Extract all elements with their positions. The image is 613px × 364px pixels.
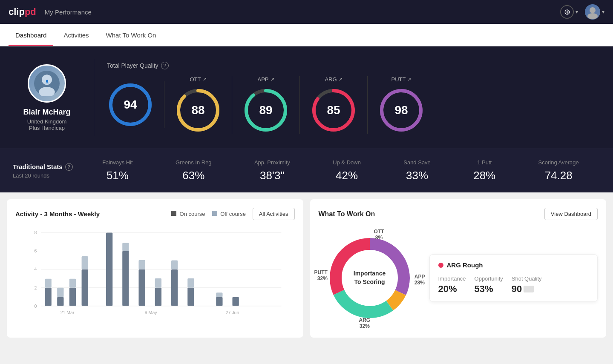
stat-greens: Greens In Reg 63% bbox=[176, 159, 212, 182]
metric-importance-label: Importance bbox=[438, 275, 466, 282]
bar-2-on bbox=[57, 297, 63, 306]
tab-dashboard[interactable]: Dashboard bbox=[9, 24, 53, 46]
stat-fairways-value: 51% bbox=[102, 169, 133, 182]
work-card-dot bbox=[438, 263, 443, 268]
donut-center-label: Importance To Scoring bbox=[354, 269, 386, 286]
score-putt: PUTT ↗ 98 bbox=[368, 76, 435, 134]
work-content: Importance To Scoring OTT 8% APP 28% ARG bbox=[319, 227, 598, 329]
add-button[interactable]: ⊕ ▾ bbox=[560, 5, 578, 19]
work-header: What To Work On View Dashboard bbox=[319, 208, 598, 220]
stat-sand-label: Sand Save bbox=[403, 159, 431, 166]
logo[interactable]: clippd bbox=[9, 6, 36, 17]
stat-fairways-label: Fairways Hit bbox=[102, 159, 133, 166]
bar-1-off bbox=[45, 279, 51, 288]
svg-text:6: 6 bbox=[34, 248, 37, 253]
logo-clip: clip bbox=[9, 6, 25, 17]
score-circles: 94 OTT ↗ 88 AP bbox=[107, 76, 600, 134]
metric-opportunity: Opportunity 53% bbox=[475, 275, 503, 295]
stat-scoring-avg: Scoring Average 74.28 bbox=[538, 159, 579, 182]
stat-sand-save: Sand Save 33% bbox=[403, 159, 431, 182]
view-dashboard-button[interactable]: View Dashboard bbox=[544, 208, 598, 220]
help-icon[interactable]: ? bbox=[161, 62, 169, 69]
add-icon[interactable]: ⊕ bbox=[560, 5, 574, 19]
circle-arg: 85 bbox=[310, 87, 357, 134]
stat-up-down: Up & Down 42% bbox=[333, 159, 361, 182]
nav-tabs: Dashboard Activities What To Work On bbox=[0, 24, 613, 46]
add-chevron: ▾ bbox=[576, 9, 578, 15]
total-quality-label: Total Player Quality ? bbox=[107, 62, 600, 69]
donut-label-arg: ARG 32% bbox=[359, 317, 371, 329]
off-course-dot bbox=[212, 211, 217, 216]
avatar[interactable] bbox=[585, 4, 600, 20]
bar-8-off bbox=[155, 278, 161, 288]
bottom-panels: Activity - 3 Months - Weekly On course O… bbox=[0, 192, 613, 344]
donut-label-ott: OTT 8% bbox=[374, 229, 384, 241]
stat-fairways: Fairways Hit 51% bbox=[102, 159, 133, 182]
ott-arrow: ↗ bbox=[203, 77, 207, 82]
stat-proximity-label: App. Proximity bbox=[254, 159, 290, 166]
arg-arrow: ↗ bbox=[339, 77, 342, 82]
stat-greens-value: 63% bbox=[176, 169, 212, 182]
header-title: My Performance bbox=[45, 9, 92, 16]
score-ott: OTT ↗ 88 bbox=[164, 76, 232, 134]
work-card-metrics: Importance 20% Opportunity 53% Shot Qual… bbox=[438, 275, 589, 295]
stats-items: Fairways Hit 51% Greens In Reg 63% App. … bbox=[81, 159, 600, 182]
on-course-dot bbox=[171, 211, 176, 216]
stat-one-putt-value: 28% bbox=[473, 169, 495, 182]
svg-text:4: 4 bbox=[34, 267, 37, 272]
work-card-title: ARG Rough bbox=[438, 261, 589, 269]
bar-2-off bbox=[57, 288, 63, 297]
bar-11-off bbox=[216, 292, 222, 297]
svg-text:27 Jun: 27 Jun bbox=[226, 310, 239, 315]
stats-title: Traditional Stats ? bbox=[13, 163, 81, 171]
hero-section: 👤 Blair McHarg United Kingdom Plus Handi… bbox=[0, 46, 613, 149]
score-ott-value: 88 bbox=[191, 103, 204, 117]
bar-9-off bbox=[171, 261, 178, 269]
tab-activities[interactable]: Activities bbox=[57, 24, 95, 46]
stat-up-down-value: 42% bbox=[333, 169, 361, 182]
activity-title: Activity - 3 Months - Weekly bbox=[15, 210, 100, 218]
bar-4-off bbox=[82, 256, 88, 269]
logo-pd: pd bbox=[25, 6, 36, 17]
activity-chart-svg: 8 6 4 2 0 bbox=[15, 229, 295, 322]
profile-handicap: Plus Handicap bbox=[29, 125, 65, 131]
hero-divider bbox=[94, 59, 94, 136]
score-arg: ARG ↗ 85 bbox=[300, 76, 368, 134]
metric-opportunity-label: Opportunity bbox=[475, 275, 503, 282]
metric-shot-quality-value: 90 bbox=[512, 284, 522, 295]
bar-6-off bbox=[122, 243, 129, 251]
scores-section: Total Player Quality ? 94 OTT ↗ bbox=[107, 62, 600, 134]
score-app-value: 89 bbox=[259, 103, 272, 117]
metric-shot-quality-row: 90 bbox=[512, 284, 542, 295]
stat-one-putt: 1 Putt 28% bbox=[473, 159, 495, 182]
stats-help-icon[interactable]: ? bbox=[65, 163, 73, 171]
activity-panel: Activity - 3 Months - Weekly On course O… bbox=[7, 199, 303, 338]
stat-scoring-value: 74.28 bbox=[538, 169, 579, 182]
donut-label-app: APP 28% bbox=[414, 274, 425, 286]
metric-importance: Importance 20% bbox=[438, 275, 466, 295]
work-card: ARG Rough Importance 20% Opportunity 53%… bbox=[429, 254, 598, 302]
bar-10-off bbox=[187, 278, 194, 288]
stat-proximity-value: 38'3" bbox=[254, 169, 290, 182]
circle-putt: 98 bbox=[378, 87, 425, 134]
stat-greens-label: Greens In Reg bbox=[176, 159, 212, 166]
donut-label-putt: PUTT 32% bbox=[314, 269, 328, 281]
stat-scoring-label: Scoring Average bbox=[538, 159, 579, 166]
bar-3-off bbox=[69, 279, 76, 288]
putt-arrow: ↗ bbox=[407, 77, 411, 82]
tab-what-to-work-on[interactable]: What To Work On bbox=[99, 24, 163, 46]
bar-10-on bbox=[187, 288, 194, 306]
work-title: What To Work On bbox=[319, 210, 375, 218]
header: clippd My Performance ⊕ ▾ ▾ bbox=[0, 0, 613, 24]
score-putt-label: PUTT ↗ bbox=[391, 76, 412, 83]
user-menu[interactable]: ▾ bbox=[585, 4, 604, 20]
metric-shot-quality-bar bbox=[524, 286, 534, 292]
bar-6-on bbox=[122, 251, 129, 306]
metric-shot-quality-label: Shot Quality bbox=[512, 275, 542, 282]
activity-chart-area: 8 6 4 2 0 bbox=[15, 229, 295, 322]
bar-8-on bbox=[155, 288, 161, 306]
svg-text:👤: 👤 bbox=[45, 80, 49, 83]
svg-text:0: 0 bbox=[34, 304, 37, 309]
svg-text:8: 8 bbox=[34, 230, 37, 235]
all-activities-button[interactable]: All Activities bbox=[253, 208, 295, 220]
